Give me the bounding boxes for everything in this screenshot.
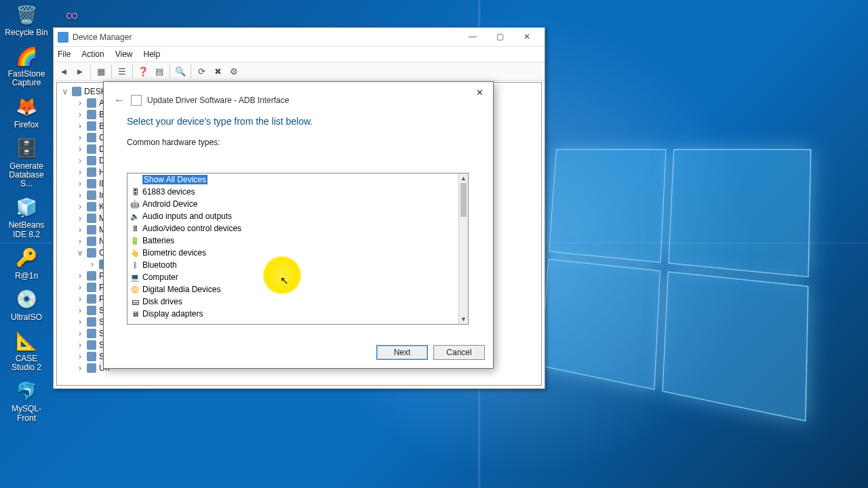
- desktop-icon[interactable]: 🔑R@1n: [3, 246, 50, 281]
- device-type-icon: 🎚: [130, 224, 140, 233]
- device-type-icon: 🎛: [130, 187, 140, 197]
- next-button[interactable]: Next: [376, 345, 428, 360]
- list-item[interactable]: 🖴Disk drives: [127, 296, 458, 308]
- icon-label: NetBeans IDE 8.2: [3, 221, 50, 239]
- maximize-button[interactable]: ▢: [486, 30, 513, 45]
- list-item[interactable]: 👆Biometric devices: [127, 247, 458, 259]
- list-item-label: Show All Devices: [142, 175, 208, 184]
- scroll-down-icon[interactable]: ▼: [459, 314, 468, 324]
- toolbar-btn[interactable]: ⟳: [194, 64, 209, 79]
- scrollbar[interactable]: ▲ ▼: [458, 174, 468, 324]
- list-item[interactable]: 🎚Audio/video control devices: [127, 222, 458, 235]
- desktop-icon[interactable]: 📐CASE Studio 2: [3, 329, 50, 372]
- list-item-label: Audio inputs and outputs: [142, 211, 232, 221]
- dialog-icon: [131, 95, 142, 106]
- dialog-title: Update Driver Software - ADB Interface: [147, 96, 289, 105]
- icon-label: Generate Database S...: [3, 162, 50, 189]
- icon: 📐: [13, 329, 40, 353]
- dialog-close-button[interactable]: ✕: [471, 87, 488, 101]
- desktop-icon[interactable]: 🦊Firefox: [3, 95, 50, 129]
- desktop-icon[interactable]: 🐬MySQL-Front: [3, 379, 50, 422]
- back-arrow-icon[interactable]: ←: [113, 94, 125, 106]
- list-item-label: Biometric devices: [142, 248, 206, 258]
- list-item-label: Disk drives: [142, 297, 182, 306]
- scroll-thumb[interactable]: [460, 183, 467, 217]
- icon: 🗄️: [13, 136, 40, 161]
- device-type-icon: 🤖: [130, 199, 140, 209]
- desktop-icon[interactable]: 🗑️Recycle Bin: [3, 3, 50, 37]
- scroll-up-icon[interactable]: ▲: [459, 174, 468, 183]
- icon-label: R@1n: [3, 272, 50, 281]
- device-type-icon: 🔈: [130, 211, 140, 221]
- list-item[interactable]: 🎛61883 devices: [127, 186, 458, 198]
- icon: 🦊: [13, 95, 40, 119]
- menu-action[interactable]: Action: [81, 49, 104, 59]
- help-icon[interactable]: ❓: [136, 64, 151, 79]
- desktop-icon[interactable]: 💿UltraISO: [3, 287, 50, 322]
- device-type-icon: 🖴: [130, 297, 140, 306]
- toolbar-btn[interactable]: ✖: [210, 64, 225, 79]
- list-item[interactable]: 🤖Android Device: [127, 198, 458, 210]
- icon-label: Recycle Bin: [3, 28, 50, 37]
- hardware-types-list[interactable]: Show All Devices🎛61883 devices🤖Android D…: [127, 173, 469, 325]
- device-type-icon: ᛒ: [130, 260, 140, 270]
- icon: 🐬: [13, 379, 40, 403]
- list-label: Common hardware types:: [104, 135, 493, 151]
- toolbar-btn[interactable]: ☰: [115, 64, 130, 79]
- list-item[interactable]: 🖥Display adapters: [127, 308, 458, 320]
- device-type-icon: [130, 175, 140, 184]
- window-title: Device Manager: [73, 33, 459, 42]
- menu-view[interactable]: View: [115, 49, 133, 59]
- nav-forward-icon[interactable]: ►: [73, 64, 87, 79]
- icon-label: MySQL-Front: [3, 405, 50, 422]
- icon-label: FastStone Capture: [3, 70, 50, 87]
- icon-label: Firefox: [3, 121, 50, 129]
- toolbar: ◄ ► ▦ ☰ ❓ ▤ 🔍 ⟳ ✖ ⚙: [54, 62, 545, 81]
- list-item-label: Display adapters: [142, 309, 203, 319]
- list-item-label: Digital Media Devices: [142, 285, 220, 294]
- list-item[interactable]: ᛒBluetooth: [127, 259, 458, 271]
- icon: 💿: [13, 287, 40, 312]
- device-type-icon: 💻: [130, 272, 140, 282]
- icon: 🗑️: [13, 3, 40, 27]
- list-item-label: Batteries: [142, 236, 174, 245]
- list-item[interactable]: 🔋Batteries: [127, 235, 458, 247]
- desktop-icon[interactable]: 🧊NetBeans IDE 8.2: [3, 195, 50, 239]
- icon: 🧊: [13, 195, 40, 220]
- list-item[interactable]: Show All Devices: [127, 174, 458, 186]
- menu-file[interactable]: File: [58, 49, 71, 59]
- cancel-button[interactable]: Cancel: [433, 345, 485, 360]
- list-item[interactable]: 💻Computer: [127, 271, 458, 283]
- nav-back-icon[interactable]: ◄: [56, 64, 71, 79]
- list-item-label: Computer: [142, 272, 178, 282]
- toolbar-btn[interactable]: ⚙: [226, 64, 241, 79]
- toolbar-btn[interactable]: ▦: [94, 64, 108, 79]
- list-item-label: Android Device: [142, 199, 197, 209]
- icon-label: UltraISO: [3, 313, 50, 322]
- list-item-label: 61883 devices: [142, 187, 195, 197]
- list-item[interactable]: 📀Digital Media Devices: [127, 283, 458, 296]
- minimize-button[interactable]: —: [459, 30, 486, 45]
- list-item-label: Audio/video control devices: [142, 224, 241, 233]
- icon-label: CASE Studio 2: [3, 354, 50, 372]
- icon: 🌈: [13, 44, 40, 68]
- icon: 🔑: [13, 246, 40, 270]
- list-item[interactable]: 🔈Audio inputs and outputs: [127, 210, 458, 222]
- app-icon: [58, 32, 68, 43]
- close-button[interactable]: ✕: [513, 30, 540, 45]
- desktop-icons: 🗑️Recycle Bin🌈FastStone Capture🦊Firefox🗄…: [3, 3, 50, 430]
- device-type-icon: 🖥: [130, 309, 140, 319]
- list-item-label: Bluetooth: [142, 260, 177, 270]
- device-type-icon: 🔋: [130, 236, 140, 245]
- desktop-icon[interactable]: 🌈FastStone Capture: [3, 44, 50, 87]
- menubar: FileActionViewHelp: [54, 47, 545, 62]
- device-type-icon: 📀: [130, 285, 140, 294]
- toolbar-btn[interactable]: ▤: [152, 64, 167, 79]
- update-driver-dialog: ✕ ← Update Driver Software - ADB Interfa…: [103, 81, 494, 369]
- device-type-icon: 👆: [130, 248, 140, 258]
- dialog-heading: Select your device's type from the list …: [104, 113, 493, 135]
- titlebar: Device Manager — ▢ ✕: [54, 28, 545, 47]
- toolbar-btn[interactable]: 🔍: [173, 64, 188, 79]
- desktop-icon[interactable]: 🗄️Generate Database S...: [3, 136, 50, 189]
- menu-help[interactable]: Help: [144, 49, 161, 59]
